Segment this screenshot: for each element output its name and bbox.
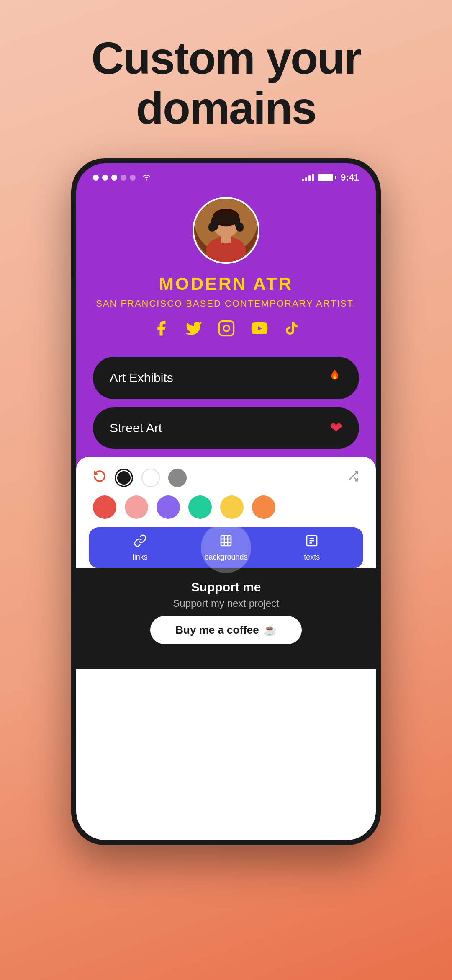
bar-3 — [308, 175, 311, 181]
swatch-orange[interactable] — [252, 495, 275, 519]
signal-bars-icon — [302, 174, 314, 181]
status-time: 9:41 — [341, 172, 359, 183]
color-pickers-row — [89, 469, 363, 487]
art-exhibits-button[interactable]: Art Exhibits — [93, 357, 359, 399]
color-gray[interactable] — [168, 469, 187, 487]
swatch-teal[interactable] — [188, 495, 212, 519]
youtube-icon[interactable] — [250, 319, 269, 342]
tiktok-icon[interactable] — [284, 319, 300, 342]
swatch-red[interactable] — [93, 495, 116, 519]
tab-bar: links backgrounds — [89, 527, 363, 568]
status-right: 9:41 — [302, 172, 359, 183]
texts-tab-icon — [305, 534, 318, 550]
svg-rect-11 — [221, 235, 231, 243]
avatar-illustration — [194, 197, 258, 262]
links-tab-icon — [134, 534, 147, 550]
swatch-purple[interactable] — [157, 495, 180, 519]
street-art-label: Street Art — [110, 421, 162, 435]
svg-rect-17 — [221, 536, 231, 546]
link-buttons: Art Exhibits Street Art ❤ — [76, 357, 376, 449]
swatch-pink[interactable] — [125, 495, 148, 519]
dot-1 — [93, 175, 99, 181]
color-white[interactable] — [141, 469, 160, 487]
support-subtitle: Support my next project — [173, 598, 279, 609]
reset-button[interactable] — [93, 469, 106, 486]
instagram-icon[interactable] — [218, 319, 235, 342]
page-title: Custom your domains — [91, 34, 361, 133]
profile-section: MODERN ATR SAN FRANCISCO BASED CONTEMPOR… — [76, 188, 376, 357]
street-art-button[interactable]: Street Art ❤ — [93, 407, 359, 449]
tab-backgrounds-label: backgrounds — [204, 553, 247, 562]
support-title: Support me — [191, 580, 261, 594]
phone-wrapper: 9:41 — [71, 158, 381, 845]
bar-2 — [305, 177, 307, 181]
tab-links-label: links — [133, 553, 148, 562]
dot-4 — [121, 175, 126, 181]
facebook-icon[interactable] — [152, 319, 170, 342]
bar-1 — [302, 179, 304, 181]
heart-icon: ❤ — [330, 419, 342, 437]
svg-rect-12 — [219, 321, 234, 335]
status-left — [93, 172, 152, 183]
tab-backgrounds[interactable]: backgrounds — [183, 534, 269, 562]
profile-name: MODERN ATR — [159, 274, 293, 294]
swatch-yellow[interactable] — [220, 495, 244, 519]
art-exhibits-label: Art Exhibits — [110, 371, 173, 385]
battery-icon — [318, 174, 336, 181]
phone-screen: 9:41 — [76, 163, 376, 840]
color-swatches-row — [89, 495, 363, 519]
avatar — [193, 197, 259, 264]
dot-5 — [130, 175, 136, 181]
fire-icon — [327, 369, 342, 387]
twitter-icon[interactable] — [185, 319, 203, 342]
backgrounds-tab-icon — [219, 534, 233, 550]
status-bar: 9:41 — [76, 163, 376, 188]
dot-2 — [102, 175, 108, 181]
color-black[interactable] — [115, 469, 133, 487]
tab-texts-label: texts — [304, 553, 320, 562]
svg-rect-8 — [208, 222, 216, 231]
social-icons — [152, 319, 300, 342]
svg-rect-9 — [236, 222, 244, 231]
support-section: Support me Support my next project Buy m… — [76, 568, 376, 669]
dot-3 — [111, 175, 117, 181]
profile-subtitle: SAN FRANCISCO BASED CONTEMPORARY ARTIST. — [96, 298, 356, 309]
bar-4 — [312, 174, 314, 181]
tab-links[interactable]: links — [97, 534, 183, 562]
buy-coffee-button[interactable]: Buy me a coffee ☕ — [150, 616, 301, 644]
tab-texts[interactable]: texts — [269, 534, 355, 562]
bottom-panel: links backgrounds — [76, 457, 376, 840]
shuffle-button[interactable] — [347, 470, 359, 485]
wifi-icon — [141, 172, 152, 183]
